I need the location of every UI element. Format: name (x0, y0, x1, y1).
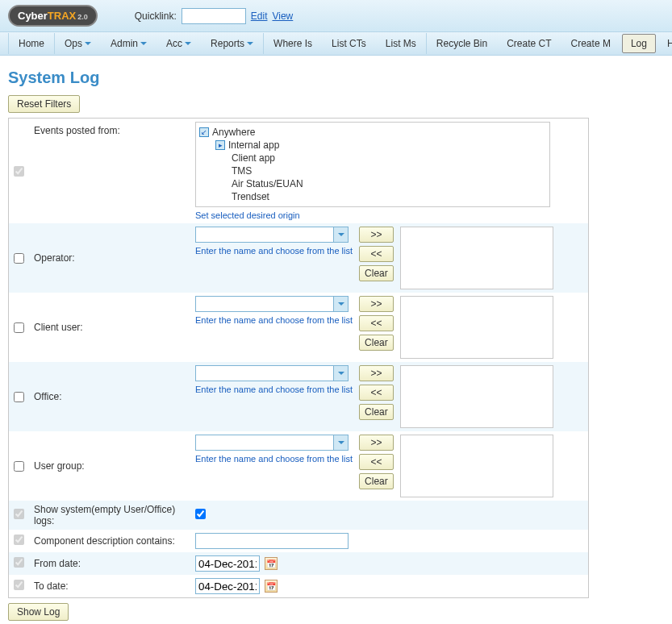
operator-selected-list[interactable] (400, 227, 553, 289)
client-user-add-button[interactable]: >> (359, 296, 394, 312)
client-user-checkbox[interactable] (14, 322, 24, 333)
nav-whereis[interactable]: Where Is (264, 33, 322, 54)
user-group-checkbox[interactable] (14, 461, 24, 472)
nav-help-label: Help (667, 38, 672, 49)
nav-ops-label: Ops (65, 38, 82, 49)
component-desc-label: Component description contains: (29, 530, 190, 552)
row-show-system: Show system(empty User/Office) logs: (9, 501, 589, 530)
app-logo: CyberTRAX2.0 (8, 5, 98, 27)
chevron-down-icon[interactable] (333, 366, 348, 381)
office-selected-list[interactable] (400, 365, 553, 428)
chevron-down-icon[interactable] (333, 435, 348, 450)
tree-item-internal-app[interactable]: ▸Internal app (215, 139, 546, 152)
show-system-row-checkbox (14, 509, 24, 519)
nav-listcts[interactable]: List CTs (322, 33, 376, 54)
quicklink-label: Quicklink: (135, 10, 177, 22)
nav-acc[interactable]: Acc (157, 33, 201, 54)
nav-createct-label: Create CT (507, 38, 551, 49)
calendar-icon[interactable]: 📅 (265, 580, 278, 593)
view-link[interactable]: View (272, 10, 293, 22)
component-desc-row-checkbox (14, 535, 24, 545)
nav-recycle[interactable]: Recycle Bin (427, 33, 497, 54)
tree-item-tms[interactable]: TMS (232, 164, 546, 177)
quicklink-input[interactable] (182, 8, 246, 24)
origin-hint: Set selected desired origin (195, 210, 583, 220)
show-system-value-checkbox[interactable] (195, 509, 206, 519)
client-user-label: Client user: (29, 293, 190, 362)
row-component-desc: Component description contains: (9, 530, 589, 552)
to-date-label: To date: (29, 575, 190, 598)
tree-item-label: Anywhere (212, 127, 255, 138)
operator-remove-button[interactable]: << (359, 246, 394, 262)
chevron-down-icon[interactable] (333, 227, 348, 242)
nav-home[interactable]: Home (8, 33, 55, 54)
nav-reports[interactable]: Reports (201, 33, 264, 54)
office-clear-button[interactable]: Clear (359, 404, 394, 420)
operator-checkbox[interactable] (14, 253, 24, 264)
nav-createm-label: Create M (571, 38, 611, 49)
tree-item-anywhere[interactable]: ↙Anywhere (199, 126, 546, 139)
office-hint: Enter the name and choose from the list (195, 385, 353, 394)
nav-reports-label: Reports (211, 38, 244, 49)
user-group-clear-button[interactable]: Clear (359, 473, 394, 489)
office-combo[interactable] (195, 365, 349, 381)
client-user-remove-button[interactable]: << (359, 315, 394, 331)
nav-createm[interactable]: Create M (561, 33, 620, 54)
row-operator: Operator: Enter the name and choose from… (9, 223, 589, 293)
tree-item-client-app[interactable]: Client app (232, 152, 546, 164)
from-date-label: From date: (29, 552, 190, 575)
nav-admin-label: Admin (111, 38, 138, 49)
nav-admin[interactable]: Admin (101, 33, 157, 54)
client-user-selected-list[interactable] (400, 296, 553, 359)
office-checkbox[interactable] (14, 392, 24, 402)
row-to-date: To date: 📅 (9, 575, 589, 598)
to-date-input[interactable] (195, 578, 260, 594)
row-events-posted-from: Events posted from: ↙Anywhere ▸Internal … (9, 119, 589, 224)
nav-listcts-label: List CTs (332, 38, 366, 49)
logo-text-version: 2.0 (77, 13, 88, 21)
tree-item-air-status[interactable]: Air Status/EUAN (232, 177, 546, 190)
from-date-row-checkbox (14, 557, 24, 568)
logo-text-accent: TRAX (48, 10, 76, 22)
client-user-hint: Enter the name and choose from the list (195, 315, 353, 325)
operator-picker: Enter the name and choose from the list … (195, 227, 583, 289)
nav-help[interactable]: Help (657, 33, 672, 54)
page-title: System Log (8, 69, 664, 87)
row-user-group: User group: Enter the name and choose fr… (9, 431, 589, 501)
user-group-selected-list[interactable] (400, 435, 553, 497)
show-log-button[interactable]: Show Log (8, 603, 69, 621)
tree-item-trendset[interactable]: Trendset (232, 190, 546, 203)
tree-item-label: Trendset (232, 191, 269, 202)
tree-expand-icon: ▸ (215, 140, 225, 150)
user-group-combo[interactable] (195, 435, 349, 451)
operator-add-button[interactable]: >> (359, 227, 394, 243)
user-group-label: User group: (29, 431, 190, 501)
user-group-add-button[interactable]: >> (359, 435, 394, 451)
edit-link[interactable]: Edit (251, 10, 268, 22)
user-group-remove-button[interactable]: << (359, 454, 394, 470)
office-add-button[interactable]: >> (359, 365, 394, 381)
filter-table: Events posted from: ↙Anywhere ▸Internal … (8, 118, 589, 598)
office-label: Office: (29, 362, 190, 431)
nav-ops[interactable]: Ops (55, 33, 101, 54)
to-date-row-checkbox (14, 580, 24, 590)
nav-listms[interactable]: List Ms (376, 33, 427, 54)
client-user-combo[interactable] (195, 296, 349, 312)
reset-filters-button[interactable]: Reset Filters (8, 95, 80, 113)
chevron-down-icon (185, 42, 191, 45)
office-picker: Enter the name and choose from the list … (195, 365, 583, 428)
nav-whereis-label: Where Is (273, 38, 312, 49)
from-date-input[interactable] (195, 555, 260, 572)
chevron-down-icon[interactable] (333, 297, 348, 311)
nav-createct[interactable]: Create CT (497, 33, 561, 54)
nav-recycle-label: Recycle Bin (436, 38, 487, 49)
calendar-icon[interactable]: 📅 (265, 557, 278, 570)
chevron-down-icon (247, 42, 253, 45)
operator-clear-button[interactable]: Clear (359, 265, 394, 281)
operator-combo[interactable] (195, 227, 349, 243)
tree-item-label: Air Status/EUAN (232, 178, 303, 189)
nav-log[interactable]: Log (622, 34, 656, 53)
client-user-clear-button[interactable]: Clear (359, 335, 394, 351)
component-desc-input[interactable] (195, 533, 349, 549)
office-remove-button[interactable]: << (359, 385, 394, 401)
